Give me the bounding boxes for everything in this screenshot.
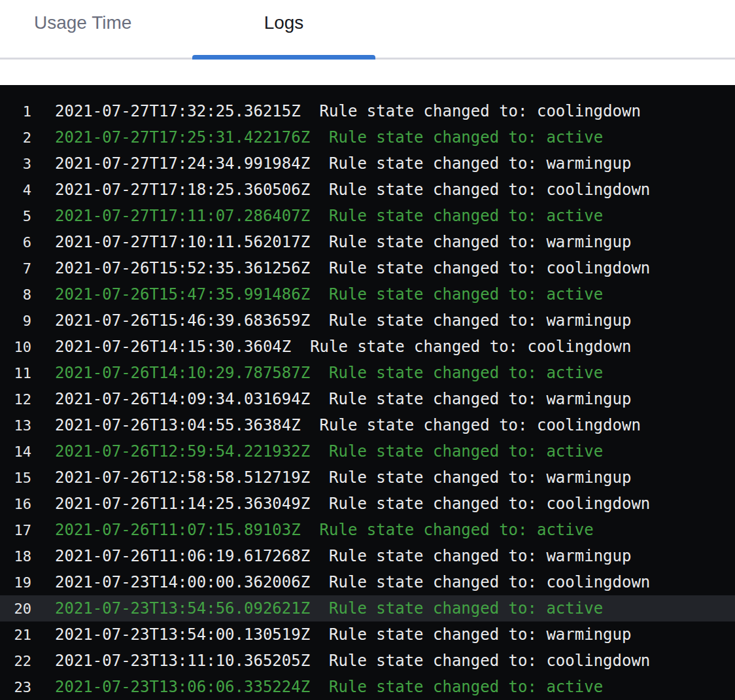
log-separator [291, 338, 310, 356]
log-line-text: 2021-07-27T17:32:25.36215Z Rule state ch… [55, 102, 641, 120]
log-message: Rule state changed to: warmingup [329, 233, 631, 251]
log-line[interactable]: 12021-07-27T17:32:25.36215Z Rule state c… [0, 98, 735, 124]
log-separator [310, 442, 329, 461]
log-line-text: 2021-07-26T13:04:55.36384Z Rule state ch… [55, 416, 641, 434]
log-line-number: 3 [12, 156, 31, 172]
log-line[interactable]: 122021-07-26T14:09:34.031694Z Rule state… [0, 386, 735, 412]
log-message: Rule state changed to: active [329, 285, 603, 304]
log-timestamp: 2021-07-26T12:59:54.221932Z [55, 442, 310, 461]
log-line-text: 2021-07-26T11:06:19.617268Z Rule state c… [55, 547, 631, 565]
log-separator [301, 416, 320, 434]
log-timestamp: 2021-07-26T11:06:19.617268Z [55, 547, 310, 565]
tab-logs[interactable]: Logs [192, 12, 375, 34]
log-separator [310, 547, 329, 565]
log-line-text: 2021-07-27T17:24:34.991984Z Rule state c… [55, 154, 631, 173]
log-line[interactable]: 92021-07-26T15:46:39.683659Z Rule state … [0, 307, 735, 334]
log-separator [310, 233, 329, 251]
log-timestamp: 2021-07-26T11:07:15.89103Z [55, 521, 301, 539]
log-message: Rule state changed to: warmingup [329, 625, 631, 644]
log-line[interactable]: 192021-07-23T14:00:00.362006Z Rule state… [0, 569, 735, 595]
log-line[interactable]: 172021-07-26T11:07:15.89103Z Rule state … [0, 517, 735, 543]
log-line-text: 2021-07-26T15:47:35.991486Z Rule state c… [55, 285, 603, 304]
log-message: Rule state changed to: coolingdown [320, 416, 641, 434]
log-line-text: 2021-07-23T14:00:00.362006Z Rule state c… [55, 573, 650, 591]
log-timestamp: 2021-07-27T17:10:11.562017Z [55, 233, 310, 251]
log-separator [310, 468, 329, 487]
log-message: Rule state changed to: active [329, 599, 603, 618]
log-line[interactable]: 102021-07-26T14:15:30.3604Z Rule state c… [0, 334, 735, 360]
log-line[interactable]: 42021-07-27T17:18:25.360506Z Rule state … [0, 177, 735, 203]
log-line-text: 2021-07-23T13:54:56.092621Z Rule state c… [55, 599, 603, 618]
log-line-text: 2021-07-27T17:11:07.286407Z Rule state c… [55, 207, 603, 225]
log-line[interactable]: 112021-07-26T14:10:29.787587Z Rule state… [0, 360, 735, 386]
log-timestamp: 2021-07-26T11:14:25.363049Z [55, 495, 310, 513]
log-panel[interactable]: 12021-07-27T17:32:25.36215Z Rule state c… [0, 85, 735, 700]
log-separator [310, 311, 329, 330]
log-separator [310, 599, 329, 618]
log-line-number: 10 [12, 339, 31, 355]
log-line-number: 21 [12, 627, 31, 643]
log-timestamp: 2021-07-23T13:11:10.365205Z [55, 652, 310, 670]
log-line-number: 22 [12, 653, 31, 669]
log-line[interactable]: 72021-07-26T15:52:35.361256Z Rule state … [0, 255, 735, 281]
log-line[interactable]: 32021-07-27T17:24:34.991984Z Rule state … [0, 150, 735, 177]
log-line-number: 16 [12, 496, 31, 512]
log-separator [301, 102, 320, 120]
log-line[interactable]: 82021-07-26T15:47:35.991486Z Rule state … [0, 281, 735, 307]
log-line[interactable]: 22021-07-27T17:25:31.422176Z Rule state … [0, 124, 735, 150]
log-timestamp: 2021-07-26T15:47:35.991486Z [55, 285, 310, 304]
log-separator [310, 128, 329, 147]
log-line[interactable]: 52021-07-27T17:11:07.286407Z Rule state … [0, 203, 735, 229]
log-message: Rule state changed to: warmingup [329, 390, 631, 408]
log-line[interactable]: 232021-07-23T13:06:06.335224Z Rule state… [0, 674, 735, 700]
log-line-text: 2021-07-26T14:15:30.3604Z Rule state cha… [55, 338, 631, 356]
log-line-number: 11 [12, 365, 31, 381]
tab-usage-time[interactable]: Usage Time [34, 12, 131, 34]
log-separator [310, 364, 329, 382]
log-separator [310, 390, 329, 408]
log-message: Rule state changed to: coolingdown [329, 495, 650, 513]
log-line-number: 20 [12, 601, 31, 617]
log-message: Rule state changed to: warmingup [329, 311, 631, 330]
log-separator [310, 652, 329, 670]
log-line-text: 2021-07-23T13:06:06.335224Z Rule state c… [55, 678, 603, 696]
log-line-text: 2021-07-26T12:58:58.512719Z Rule state c… [55, 468, 631, 487]
log-message: Rule state changed to: coolingdown [329, 573, 650, 591]
log-line[interactable]: 132021-07-26T13:04:55.36384Z Rule state … [0, 412, 735, 438]
log-separator [310, 678, 329, 696]
log-line[interactable]: 162021-07-26T11:14:25.363049Z Rule state… [0, 491, 735, 517]
log-line-text: 2021-07-26T11:14:25.363049Z Rule state c… [55, 495, 650, 513]
log-message: Rule state changed to: coolingdown [320, 102, 641, 120]
log-line[interactable]: 182021-07-26T11:06:19.617268Z Rule state… [0, 543, 735, 569]
log-timestamp: 2021-07-23T13:54:56.092621Z [55, 599, 310, 618]
log-message: Rule state changed to: coolingdown [329, 259, 650, 277]
log-line[interactable]: 212021-07-23T13:54:00.130519Z Rule state… [0, 621, 735, 648]
log-timestamp: 2021-07-26T14:10:29.787587Z [55, 364, 310, 382]
log-line-text: 2021-07-26T15:52:35.361256Z Rule state c… [55, 259, 650, 277]
log-separator [310, 625, 329, 644]
log-timestamp: 2021-07-27T17:24:34.991984Z [55, 154, 310, 173]
log-separator [310, 181, 329, 199]
log-timestamp: 2021-07-26T14:09:34.031694Z [55, 390, 310, 408]
log-line-number: 2 [12, 130, 31, 146]
log-line[interactable]: 202021-07-23T13:54:56.092621Z Rule state… [0, 595, 735, 621]
log-line-number: 23 [12, 679, 31, 695]
log-line-number: 13 [12, 417, 31, 434]
log-line-text: 2021-07-23T13:11:10.365205Z Rule state c… [55, 652, 650, 670]
log-separator [310, 259, 329, 277]
log-timestamp: 2021-07-26T15:52:35.361256Z [55, 259, 310, 277]
tab-logs-label: Logs [264, 12, 304, 33]
log-line[interactable]: 142021-07-26T12:59:54.221932Z Rule state… [0, 438, 735, 464]
log-timestamp: 2021-07-27T17:11:07.286407Z [55, 207, 310, 225]
log-line-number: 7 [12, 260, 31, 277]
log-line[interactable]: 222021-07-23T13:11:10.365205Z Rule state… [0, 648, 735, 674]
log-timestamp: 2021-07-27T17:32:25.36215Z [55, 102, 301, 120]
log-line[interactable]: 62021-07-27T17:10:11.562017Z Rule state … [0, 229, 735, 255]
log-separator [310, 285, 329, 304]
log-line-number: 4 [12, 182, 31, 198]
log-line-number: 1 [12, 103, 31, 120]
log-line[interactable]: 152021-07-26T12:58:58.512719Z Rule state… [0, 464, 735, 491]
log-timestamp: 2021-07-27T17:18:25.360506Z [55, 181, 310, 199]
log-line-text: 2021-07-27T17:25:31.422176Z Rule state c… [55, 128, 603, 147]
log-timestamp: 2021-07-27T17:25:31.422176Z [55, 128, 310, 147]
